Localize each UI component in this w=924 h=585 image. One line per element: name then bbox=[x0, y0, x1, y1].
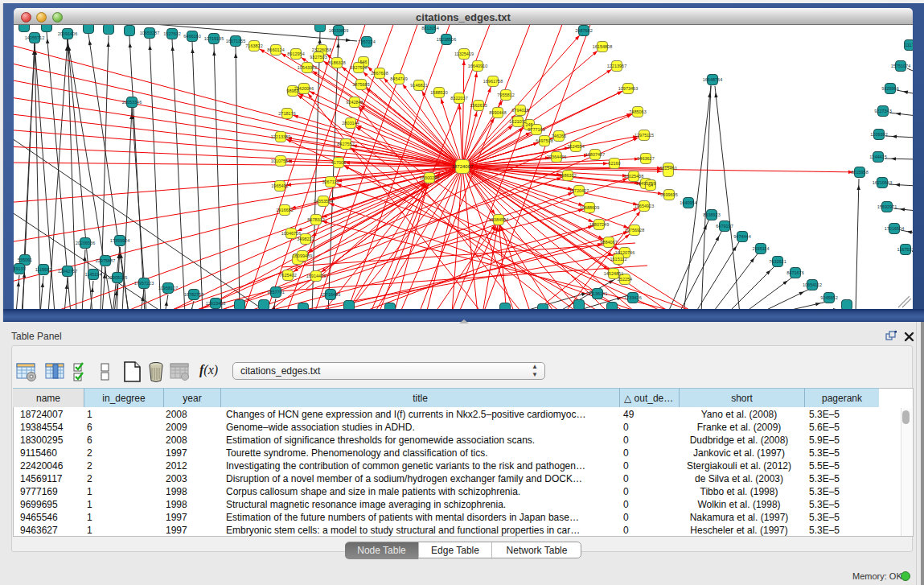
svg-text:2867608: 2867608 bbox=[371, 71, 388, 76]
svg-text:15716485: 15716485 bbox=[321, 292, 340, 297]
svg-text:1615112: 1615112 bbox=[610, 257, 626, 262]
svg-text:8990448: 8990448 bbox=[489, 110, 506, 115]
svg-text:8186328: 8186328 bbox=[328, 60, 345, 65]
svg-text:10653287: 10653287 bbox=[140, 31, 159, 35]
svg-text:1640954: 1640954 bbox=[680, 200, 696, 205]
svg-text:62160: 62160 bbox=[608, 161, 620, 166]
svg-text:9242848: 9242848 bbox=[346, 100, 363, 105]
svg-text:19384554: 19384554 bbox=[489, 217, 508, 222]
svg-text:10807487: 10807487 bbox=[585, 152, 605, 157]
svg-text:12213967: 12213967 bbox=[607, 64, 626, 68]
svg-text:16154808: 16154808 bbox=[593, 44, 612, 49]
svg-text:16914479: 16914479 bbox=[306, 274, 326, 278]
svg-text:1115682: 1115682 bbox=[35, 267, 52, 272]
svg-text:14524851: 14524851 bbox=[604, 271, 623, 276]
svg-text:6497508: 6497508 bbox=[536, 138, 552, 143]
svg-text:12942757: 12942757 bbox=[58, 269, 77, 274]
svg-text:9327503: 9327503 bbox=[310, 55, 326, 60]
svg-text:3498222: 3498222 bbox=[297, 237, 314, 241]
svg-text:16782759: 16782759 bbox=[184, 292, 203, 297]
svg-text:16210643: 16210643 bbox=[873, 180, 892, 185]
svg-text:39133: 39133 bbox=[14, 266, 26, 271]
svg-text:6466160: 6466160 bbox=[183, 34, 200, 39]
svg-text:8938923: 8938923 bbox=[703, 212, 720, 217]
svg-text:18300295: 18300295 bbox=[420, 175, 439, 180]
svg-text:1965492: 1965492 bbox=[271, 183, 288, 188]
svg-text:20206536: 20206536 bbox=[76, 241, 95, 245]
svg-text:10046756: 10046756 bbox=[281, 231, 301, 236]
svg-text:8660124: 8660124 bbox=[267, 47, 284, 52]
svg-text:1527602: 1527602 bbox=[163, 31, 180, 36]
svg-text:16033809: 16033809 bbox=[329, 28, 348, 33]
svg-text:9115460: 9115460 bbox=[659, 166, 676, 171]
svg-text:10973493: 10973493 bbox=[618, 86, 638, 91]
svg-text:1145194: 1145194 bbox=[84, 272, 101, 277]
svg-text:16120746: 16120746 bbox=[615, 250, 634, 255]
svg-text:10025438: 10025438 bbox=[624, 174, 643, 179]
svg-text:14055712: 14055712 bbox=[25, 35, 44, 40]
svg-text:8322037: 8322037 bbox=[450, 96, 467, 101]
svg-text:417006: 417006 bbox=[331, 160, 346, 165]
svg-text:8454749: 8454749 bbox=[390, 76, 407, 81]
svg-text:8813054: 8813054 bbox=[421, 26, 438, 31]
svg-text:7625402: 7625402 bbox=[279, 273, 296, 278]
svg-text:8678332: 8678332 bbox=[307, 217, 324, 222]
svg-text:12905135: 12905135 bbox=[108, 275, 127, 280]
svg-text:6794028: 6794028 bbox=[511, 108, 528, 113]
svg-text:1562615: 1562615 bbox=[470, 103, 487, 108]
svg-text:10654112: 10654112 bbox=[803, 282, 822, 287]
svg-text:17016504: 17016504 bbox=[885, 226, 904, 231]
svg-text:1733426: 1733426 bbox=[624, 295, 641, 300]
svg-text:16640910: 16640910 bbox=[468, 64, 487, 68]
svg-text:17957223: 17957223 bbox=[134, 281, 154, 286]
svg-text:17359924: 17359924 bbox=[110, 238, 129, 243]
svg-text:23226058: 23226058 bbox=[312, 47, 331, 52]
svg-text:8912954: 8912954 bbox=[287, 51, 304, 56]
svg-text:20364436: 20364436 bbox=[547, 154, 566, 159]
svg-text:9329966: 9329966 bbox=[881, 86, 898, 91]
svg-text:1117: 1117 bbox=[905, 43, 913, 47]
svg-text:3875685: 3875685 bbox=[352, 82, 369, 87]
svg-text:9884067: 9884067 bbox=[600, 240, 617, 245]
svg-text:0699695: 0699695 bbox=[660, 192, 677, 197]
svg-text:7357224: 7357224 bbox=[358, 39, 375, 44]
svg-text:7632621: 7632621 bbox=[769, 259, 786, 264]
svg-text:1244415: 1244415 bbox=[869, 154, 886, 159]
svg-text:15136141: 15136141 bbox=[588, 291, 607, 296]
svg-text:535061: 535061 bbox=[18, 257, 32, 262]
svg-text:2935114: 2935114 bbox=[752, 246, 769, 251]
svg-text:9474444: 9474444 bbox=[733, 234, 750, 239]
svg-text:64: 64 bbox=[648, 183, 653, 187]
svg-text:9227343: 9227343 bbox=[874, 109, 891, 113]
svg-text:3267110: 3267110 bbox=[322, 179, 339, 184]
svg-text:8427552: 8427552 bbox=[337, 142, 354, 146]
svg-text:7986322: 7986322 bbox=[559, 173, 576, 178]
svg-text:18807249: 18807249 bbox=[589, 222, 609, 227]
svg-text:11325419: 11325419 bbox=[454, 51, 474, 56]
svg-text:1588520: 1588520 bbox=[430, 90, 447, 95]
svg-text:6479197: 6479197 bbox=[716, 224, 733, 229]
svg-text:19756928: 19756928 bbox=[625, 228, 644, 233]
svg-text:22420046: 22420046 bbox=[294, 86, 314, 91]
svg-text:14353594: 14353594 bbox=[314, 199, 333, 204]
svg-text:12923468: 12923468 bbox=[206, 301, 225, 306]
svg-text:1167533: 1167533 bbox=[897, 247, 913, 252]
svg-text:15751074: 15751074 bbox=[891, 64, 910, 68]
svg-text:8471676: 8471676 bbox=[786, 270, 803, 275]
svg-text:16961758: 16961758 bbox=[483, 79, 503, 84]
svg-text:10719135: 10719135 bbox=[204, 36, 224, 41]
svg-text:16099489: 16099489 bbox=[293, 253, 312, 258]
svg-text:9245652: 9245652 bbox=[820, 295, 837, 300]
svg-text:3624554: 3624554 bbox=[567, 144, 584, 149]
svg-text:10688609: 10688609 bbox=[580, 205, 599, 210]
svg-text:10543382: 10543382 bbox=[298, 65, 317, 70]
svg-text:19218506: 19218506 bbox=[437, 37, 456, 42]
svg-text:1916682: 1916682 bbox=[276, 208, 293, 212]
svg-text:12975115: 12975115 bbox=[634, 133, 654, 138]
svg-text:7163822: 7163822 bbox=[245, 43, 262, 48]
svg-text:7485063: 7485063 bbox=[629, 109, 646, 114]
svg-text:2718176: 2718176 bbox=[278, 111, 295, 116]
svg-text:16648764: 16648764 bbox=[703, 77, 722, 82]
svg-text:10107553: 10107553 bbox=[271, 159, 290, 163]
svg-text:2803144: 2803144 bbox=[342, 121, 359, 126]
